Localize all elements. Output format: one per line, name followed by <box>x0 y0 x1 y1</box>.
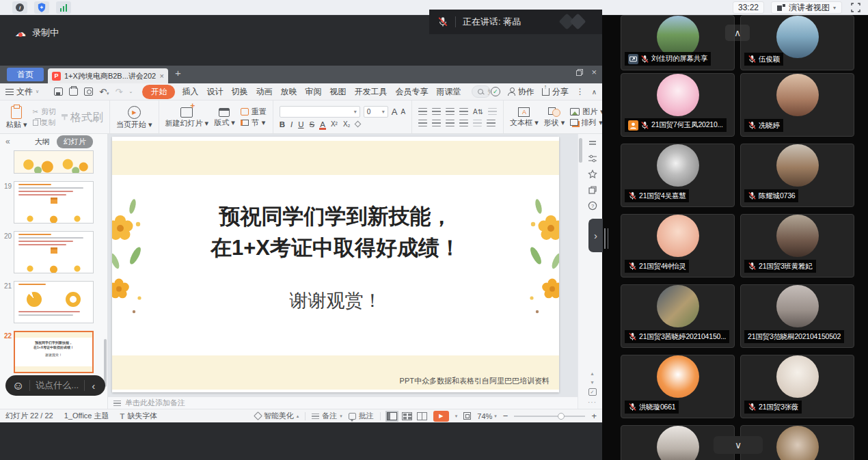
reading-view-button[interactable] <box>417 412 427 420</box>
view-mode-button[interactable]: 演讲者视图 ▾ <box>771 1 842 14</box>
participant-tile[interactable]: 21国贸7何玉凤20210... <box>621 73 735 137</box>
redo-icon[interactable]: ↷ <box>116 87 123 97</box>
zoom-out-button[interactable]: − <box>503 411 508 421</box>
slide-thumbnail-22-selected[interactable]: 预祝同学们学到新技能， 在1+X考证中取得好成绩！ 谢谢观赏！ <box>14 331 94 373</box>
cloud-sync-icon[interactable]: ✓ <box>491 87 500 96</box>
justify-icon[interactable] <box>459 120 468 126</box>
highlight-icon[interactable] <box>355 121 362 128</box>
participant-tile[interactable]: 21国贸3班黄雅妃 <box>740 214 854 278</box>
panel-resize-grip[interactable] <box>604 228 608 249</box>
underline-button[interactable]: U <box>298 120 303 128</box>
zoom-slider[interactable] <box>514 412 585 420</box>
slide-thumbnail-partial[interactable] <box>14 150 94 174</box>
help-icon[interactable] <box>588 201 597 211</box>
animation-icon[interactable] <box>588 170 597 179</box>
meeting-info-icon[interactable]: i <box>12 1 27 14</box>
layout-button[interactable]: 版式 ▾ <box>214 108 235 126</box>
chevron-down-icon[interactable]: ⌄ <box>129 89 133 94</box>
tab-home[interactable]: 开始 <box>142 85 175 99</box>
more-dots-icon[interactable]: ··· <box>588 398 597 406</box>
outline-tab[interactable]: 大纲 <box>35 137 50 147</box>
participant-tile[interactable]: 刘佳玥的屏幕共享 <box>621 15 735 70</box>
fit-to-window-icon[interactable] <box>463 412 471 420</box>
participant-tile[interactable]: 21国贸4钟怡灵 <box>621 214 735 278</box>
quick-chat-bar[interactable]: ☺ 说点什么... ‹ <box>5 375 105 396</box>
more-menu-icon[interactable]: ⋮ <box>576 87 584 96</box>
emoji-icon[interactable]: ☺ <box>12 380 24 392</box>
cut-button[interactable]: 剪切 <box>33 108 56 116</box>
save-icon[interactable] <box>54 87 63 96</box>
strikethrough-button[interactable]: S <box>310 120 315 128</box>
distribute-icon[interactable] <box>473 120 482 126</box>
command-search-input[interactable]: 查找命令、搜索模板 <box>472 85 490 98</box>
scroll-down-icon[interactable]: ▾ <box>591 379 593 385</box>
textbox-button[interactable]: A文本框 ▾ <box>510 107 539 126</box>
reset-button[interactable]: 重置 <box>241 108 267 116</box>
undo-icon[interactable]: ↶▾ <box>99 87 109 97</box>
participant-tile[interactable]: 21国贸4吴嘉慧 <box>621 144 735 207</box>
notes-button[interactable]: 备注 ▾ <box>312 411 342 421</box>
align-center-icon[interactable] <box>432 120 441 126</box>
shield-icon[interactable] <box>34 1 49 14</box>
line-spacing-icon[interactable]: A⇅ <box>473 108 483 116</box>
participant-tile[interactable]: 伍俊颖 <box>740 15 854 70</box>
participant-tile[interactable]: 洪晓璇0661 <box>621 355 735 418</box>
font-name-select[interactable]: ▾ <box>280 106 360 118</box>
restore-window-icon[interactable] <box>576 69 583 76</box>
collapse-ribbon-icon[interactable]: ∧ <box>592 88 597 96</box>
increase-font-button[interactable]: A <box>392 107 398 117</box>
collab-button[interactable]: 协作 <box>508 86 534 98</box>
decrease-font-button[interactable]: A <box>401 108 405 116</box>
tab-slideshow[interactable]: 放映 <box>276 86 301 98</box>
theme-name[interactable]: 1_Office 主题 <box>64 411 109 421</box>
slideshow-play-button[interactable]: ▶ <box>433 411 449 422</box>
format-painter-button[interactable]: 格式刷 <box>62 113 103 121</box>
tab-review[interactable]: 审阅 <box>301 86 325 98</box>
print-preview-icon[interactable] <box>84 87 93 96</box>
font-size-select[interactable]: 0▾ <box>364 106 388 118</box>
shapes-button[interactable]: 形状 ▾ <box>544 107 565 126</box>
share-button[interactable]: 分享 <box>542 86 569 98</box>
slide-sorter-view-button[interactable] <box>402 412 412 420</box>
collapse-chat-icon[interactable]: ‹ <box>92 380 95 392</box>
tab-member[interactable]: 会员专享 <box>391 86 432 98</box>
align-right-icon[interactable] <box>446 120 455 126</box>
numbered-list-icon[interactable] <box>432 108 441 115</box>
section-button[interactable]: 节 ▾ <box>241 119 267 126</box>
collapse-panel-icon[interactable]: « <box>5 137 10 146</box>
chat-input[interactable]: 说点什么... <box>36 379 79 392</box>
tab-view[interactable]: 视图 <box>325 86 350 98</box>
play-from-current-button[interactable]: ▶当页开始 ▾ <box>116 106 152 128</box>
slide-thumbnail-19[interactable] <box>14 181 94 224</box>
bullet-list-icon[interactable] <box>418 108 427 115</box>
columns-icon[interactable] <box>487 120 496 126</box>
zoom-in-button[interactable]: + <box>591 411 597 421</box>
increase-indent-icon[interactable] <box>459 108 468 115</box>
file-menu[interactable]: 文件 ∨ <box>5 86 39 98</box>
divider-handle-icon[interactable] <box>588 138 597 148</box>
wps-document-tab[interactable]: P 1+X跨境电商B2B...讲会2022-9-6 × <box>48 68 168 83</box>
italic-button[interactable]: I <box>290 120 293 128</box>
duplicate-icon[interactable] <box>588 185 597 195</box>
tab-insert[interactable]: 插入 <box>178 86 202 98</box>
missing-font-warning[interactable]: T 缺失字体 <box>120 411 158 421</box>
new-slide-button[interactable]: 新建幻灯片 ▾ <box>165 107 209 127</box>
canvas-scrollbar[interactable] <box>579 138 582 163</box>
slide-thumbnail-20[interactable] <box>14 231 94 273</box>
network-signal-icon[interactable] <box>56 1 71 14</box>
zoom-level[interactable]: 74% ▾ <box>477 412 497 420</box>
tab-transition[interactable]: 切换 <box>227 86 252 98</box>
tab-design[interactable]: 设计 <box>202 86 227 98</box>
tab-animation[interactable]: 动画 <box>252 86 276 98</box>
new-tab-button[interactable]: + <box>175 67 181 79</box>
bold-button[interactable]: B <box>280 120 285 128</box>
close-tab-icon[interactable]: × <box>160 72 164 80</box>
arrange-button[interactable]: 排列 ▾ <box>570 119 602 126</box>
superscript-button[interactable]: X² <box>331 120 338 128</box>
task-pane-icon[interactable]: ✓ <box>588 388 597 396</box>
current-slide[interactable]: 预祝同学们学到新技能， 在1+X考证中取得好成绩！ 谢谢观赏！ PPT中众多数据… <box>112 137 559 392</box>
scroll-down-button[interactable]: ∨ <box>714 436 763 454</box>
participant-tile[interactable]: 冼晓婷 <box>740 73 854 137</box>
text-direction-icon[interactable] <box>488 108 497 115</box>
close-window-icon[interactable]: × <box>591 69 597 76</box>
